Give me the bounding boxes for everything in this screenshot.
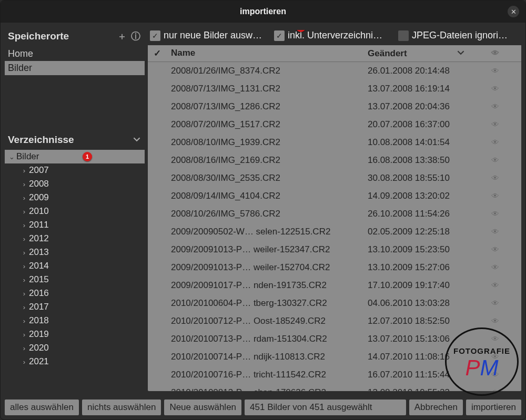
visibility-cell[interactable]: 👁: [469, 63, 521, 79]
selection-status: 451 Bilder von 451 ausgewählt: [245, 399, 406, 415]
tree-year-item[interactable]: ›2015: [5, 273, 145, 286]
header-checkbox[interactable]: ✓: [148, 45, 167, 62]
checkbox-icon: ✓: [150, 30, 160, 41]
table-row[interactable]: 2010/20100604-P… tberg-130327.CR204.06.2…: [148, 294, 521, 312]
tree-year-item[interactable]: ›2014: [5, 259, 145, 273]
eye-icon: 👁: [491, 388, 499, 391]
tree-label: 2015: [29, 274, 49, 285]
table-row[interactable]: 2010/20100714-P… ndijk-110813.CR214.07.2…: [148, 348, 521, 366]
table-row[interactable]: 2008/07/13/IMG_1131.CR213.07.2008 16:19:…: [148, 80, 521, 98]
visibility-cell[interactable]: 👁: [469, 242, 521, 258]
visibility-cell[interactable]: 👁: [469, 295, 521, 311]
eye-icon: 👁: [491, 352, 499, 361]
table-row[interactable]: 2008/07/20/IMG_1517.CR220.07.2008 16:37:…: [148, 116, 521, 134]
table-body[interactable]: 2008/01/26/IMG_8374.CR226.01.2008 20:14:…: [148, 62, 521, 391]
tree-year-item[interactable]: ›2007: [5, 163, 145, 177]
table-row[interactable]: 2008/07/13/IMG_1286.CR213.07.2008 20:04:…: [148, 98, 521, 116]
select-new-button[interactable]: Neue auswählen: [164, 399, 241, 415]
tree-label: 2007: [29, 165, 49, 176]
import-button[interactable]: importieren: [466, 399, 521, 415]
tree-year-item[interactable]: ›2009: [5, 191, 145, 204]
visibility-cell[interactable]: 👁: [469, 313, 521, 329]
tree-year-item[interactable]: ›2018: [5, 314, 145, 327]
location-item[interactable]: Home: [5, 47, 145, 61]
visibility-cell[interactable]: 👁: [469, 349, 521, 365]
tree-year-item[interactable]: ›2020: [5, 341, 145, 355]
table-row[interactable]: 2009/20091017-P… nden-191735.CR217.10.20…: [148, 276, 521, 294]
file-name: 2010/20100712-P… Oost-185249.CR2: [167, 313, 363, 329]
table-row[interactable]: 2009/20090502-W… selen-122515.CR202.05.2…: [148, 223, 521, 241]
table-row[interactable]: 2010/20100716-P… tricht-111542.CR216.07.…: [148, 366, 521, 384]
locations-header: Speicherorte ＋ ⓘ: [5, 27, 145, 45]
tree-year-item[interactable]: ›2010: [5, 204, 145, 218]
header-modified[interactable]: Geändert: [363, 45, 469, 62]
file-date: 16.08.2008 13:38:50: [363, 152, 469, 168]
eye-icon: 👁: [491, 156, 499, 165]
visibility-cell[interactable]: 👁: [469, 224, 521, 240]
add-location-icon[interactable]: ＋: [117, 30, 127, 43]
table-row[interactable]: 2010/20100712-P… Oost-185249.CR212.07.20…: [148, 312, 521, 330]
window-title: importieren: [240, 7, 286, 16]
table-row[interactable]: 2010/20100713-P… rdam-151304.CR213.07.20…: [148, 330, 521, 348]
visibility-cell[interactable]: 👁: [469, 99, 521, 115]
visibility-cell[interactable]: 👁: [469, 170, 521, 186]
eye-icon: 👁: [491, 227, 499, 236]
tree-label: 2017: [29, 302, 49, 312]
info-icon[interactable]: ⓘ: [131, 30, 140, 43]
chevron-right-icon: ›: [19, 249, 29, 257]
table-row[interactable]: 2009/20091013-P… weiler-152704.CR213.10.…: [148, 259, 521, 276]
table-row[interactable]: 2008/08/16/IMG_2169.CR216.08.2008 13:38:…: [148, 151, 521, 169]
header-visibility[interactable]: 👁: [469, 45, 521, 62]
tree-year-item[interactable]: ›2013: [5, 245, 145, 259]
table-row[interactable]: 2008/08/10/IMG_1939.CR210.08.2008 14:01:…: [148, 134, 521, 151]
table-row[interactable]: 2008/09/14/IMG_4104.CR214.09.2008 13:20:…: [148, 187, 521, 205]
table-row[interactable]: 2009/20091013-P… weiler-152347.CR213.10.…: [148, 241, 521, 259]
table-row[interactable]: 2008/01/26/IMG_8374.CR226.01.2008 20:14:…: [148, 62, 521, 80]
option-new-only[interactable]: ✓ nur neue Bilder ausw…: [150, 30, 271, 41]
visibility-cell[interactable]: 👁: [469, 278, 521, 293]
table-row[interactable]: 2008/10/26/IMG_5786.CR226.10.2008 11:54:…: [148, 205, 521, 223]
chevron-right-icon: ›: [19, 276, 29, 284]
visibility-cell[interactable]: 👁: [469, 331, 521, 347]
option-include-subdirs[interactable]: ✓ inkl. Unterverzeichni… 2: [274, 30, 395, 41]
file-date: 02.05.2009 12:25:18: [363, 224, 469, 240]
visibility-cell[interactable]: 👁: [469, 152, 521, 168]
tree-year-item[interactable]: ›2019: [5, 327, 145, 341]
tree-label: 2019: [29, 329, 49, 340]
eye-icon: 👁: [491, 173, 499, 182]
tree-year-item[interactable]: ›2011: [5, 218, 145, 232]
directories-header[interactable]: Verzeichnisse: [5, 132, 145, 148]
file-name: 2008/09/14/IMG_4104.CR2: [167, 188, 363, 204]
tree-year-item[interactable]: ›2016: [5, 286, 145, 300]
table-row[interactable]: 2008/08/30/IMG_2535.CR230.08.2008 18:55:…: [148, 169, 521, 187]
tree-root[interactable]: ⌄Bilder1: [5, 150, 145, 163]
cancel-button[interactable]: Abbrechen: [409, 399, 463, 415]
file-name: 2010/20100813-P… chen-170636.CR2: [167, 385, 363, 391]
visibility-cell[interactable]: 👁: [469, 367, 521, 383]
file-date: 13.08.2010 19:55:23: [363, 385, 469, 391]
select-all-button[interactable]: alles auswählen: [5, 399, 79, 415]
location-item[interactable]: Bilder: [5, 61, 145, 75]
option-ignore-jpeg[interactable]: ✓ JPEG-Dateien ignori…: [398, 30, 519, 41]
header-name[interactable]: Name: [167, 45, 363, 62]
option-label: nur neue Bilder ausw…: [164, 30, 262, 41]
chevron-right-icon: ›: [19, 221, 29, 229]
tree-year-item[interactable]: ›2008: [5, 177, 145, 191]
visibility-cell[interactable]: 👁: [469, 206, 521, 222]
tree-year-item[interactable]: ›2017: [5, 300, 145, 314]
visibility-cell[interactable]: 👁: [469, 135, 521, 150]
table-row[interactable]: 2010/20100813-P… chen-170636.CR213.08.20…: [148, 384, 521, 391]
visibility-cell[interactable]: 👁: [469, 385, 521, 391]
visibility-cell[interactable]: 👁: [469, 260, 521, 275]
file-name: 2008/01/26/IMG_8374.CR2: [167, 63, 363, 79]
visibility-cell[interactable]: 👁: [469, 81, 521, 97]
tree-year-item[interactable]: ›2012: [5, 232, 145, 245]
select-none-button[interactable]: nichts auswählen: [82, 399, 161, 415]
tree-year-item[interactable]: ›2021: [5, 355, 145, 368]
visibility-cell[interactable]: 👁: [469, 117, 521, 132]
visibility-cell[interactable]: 👁: [469, 188, 521, 204]
close-button[interactable]: ✕: [508, 6, 519, 17]
eye-icon: 👁: [491, 334, 499, 343]
chevron-right-icon: ›: [19, 262, 29, 270]
tree-label: 2008: [29, 179, 49, 189]
